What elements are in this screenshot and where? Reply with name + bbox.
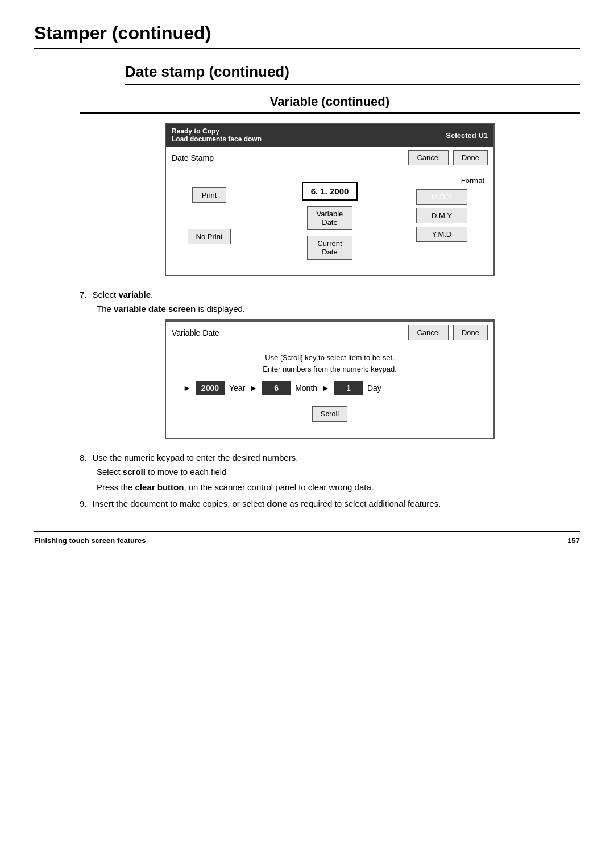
print-button[interactable]: Print xyxy=(192,187,226,203)
sub-title: Variable (continued) xyxy=(80,94,580,114)
month-field[interactable]: 6 xyxy=(262,381,291,395)
screen1-load-text: Load documents face down xyxy=(172,135,262,143)
step8-scroll-bold: scroll xyxy=(123,467,146,477)
arrow-right-icon: ► xyxy=(183,383,191,393)
screen2-cancel-button[interactable]: Cancel xyxy=(408,325,448,340)
screen1-toolbar: Date Stamp Cancel Done xyxy=(166,147,493,169)
year-field[interactable]: 2000 xyxy=(196,381,225,395)
screen2-toolbar-label: Variable Date xyxy=(172,328,404,337)
step8-text: Use the numeric keypad to enter the desi… xyxy=(93,453,298,462)
day-label: Day xyxy=(367,383,381,393)
date-display: 6. 1. 2000 xyxy=(302,182,358,201)
step8-sub1: Select scroll to move to each field xyxy=(97,467,580,477)
arrow-right-icon2: ► xyxy=(250,383,258,393)
step7-sub-bold: variable date screen xyxy=(114,304,196,314)
step7-subtext: The variable date screen is displayed. xyxy=(97,304,580,314)
screen1-header: Ready to Copy Load documents face down S… xyxy=(166,124,493,147)
step7-text: Select variable. xyxy=(93,290,154,299)
screen1-middle-col: 6. 1. 2000 Variable Date Current Date xyxy=(248,176,412,260)
step9-done-bold: done xyxy=(267,499,287,508)
step8-number: 8. xyxy=(80,453,87,462)
scroll-btn-row: Scroll xyxy=(177,406,482,422)
screen2-toolbar: Variable Date Cancel Done xyxy=(166,320,493,344)
screen1-toolbar-label: Date Stamp xyxy=(172,153,404,162)
format-label: Format xyxy=(416,176,484,185)
no-print-button[interactable]: No Print xyxy=(188,229,231,244)
step8-container: 8. Use the numeric keypad to enter the d… xyxy=(80,453,580,492)
arrow-right-icon3: ► xyxy=(322,383,330,393)
screen2-divider xyxy=(166,432,493,432)
current-date-button[interactable]: Current Date xyxy=(307,236,352,260)
scroll-instruction: Use [Scroll] key to select item to be se… xyxy=(177,352,482,374)
step8-sub2: Press the clear button, on the scanner c… xyxy=(97,482,580,492)
screen2-done-button[interactable]: Done xyxy=(453,325,488,340)
screen1-ready-text: Ready to Copy xyxy=(172,127,262,135)
ymd-format-button[interactable]: Y.M.D xyxy=(416,227,467,242)
mdy-format-button[interactable]: M.D.Y xyxy=(416,189,467,205)
screen2-ui: Variable Date Cancel Done Use [Scroll] k… xyxy=(165,319,495,439)
scroll-instruction-line2: Enter numbers from the numeric keypad. xyxy=(177,364,482,375)
screen1-header-left: Ready to Copy Load documents face down xyxy=(172,127,262,143)
scroll-instruction-line1: Use [Scroll] key to select item to be se… xyxy=(177,352,482,364)
month-label: Month xyxy=(295,383,317,393)
day-field[interactable]: 1 xyxy=(334,381,363,395)
scroll-button[interactable]: Scroll xyxy=(312,406,348,422)
step9-text: Insert the document to make copies, or s… xyxy=(93,499,441,508)
footer: Finishing touch screen features 157 xyxy=(34,531,580,545)
year-label: Year xyxy=(229,383,245,393)
step7-bold: variable xyxy=(118,290,151,299)
step7-number: 7. xyxy=(80,290,87,299)
screen2-body: Use [Scroll] key to select item to be se… xyxy=(166,344,493,429)
screen1-left-col: Print No Print xyxy=(175,176,243,260)
screen1-right-col: Format M.D.Y D.M.Y Y.M.D xyxy=(416,176,484,260)
screen1-body: Print No Print 6. 1. 2000 Variable Date … xyxy=(166,169,493,266)
footer-right: 157 xyxy=(567,536,580,545)
footer-left: Finishing touch screen features xyxy=(34,536,146,545)
screen1-selected-text: Selected U1 xyxy=(446,131,488,140)
screen1-ui: Ready to Copy Load documents face down S… xyxy=(165,123,495,276)
screen1-divider xyxy=(166,269,493,269)
step8-clear-bold: clear button xyxy=(135,482,184,492)
date-fields-row: ► 2000 Year ► 6 Month ► 1 Day xyxy=(177,381,482,395)
step9-container: 9. Insert the document to make copies, o… xyxy=(80,499,580,508)
page-title: Stamper (continued) xyxy=(34,23,580,49)
step7-container: 7. Select variable. The variable date sc… xyxy=(80,290,580,314)
section-title: Date stamp (continued) xyxy=(125,63,580,85)
variable-date-button[interactable]: Variable Date xyxy=(307,206,352,230)
screen1-cancel-button[interactable]: Cancel xyxy=(408,150,448,165)
dmy-format-button[interactable]: D.M.Y xyxy=(416,208,467,223)
step9-number: 9. xyxy=(80,499,87,508)
screen1-done-button[interactable]: Done xyxy=(453,150,488,165)
